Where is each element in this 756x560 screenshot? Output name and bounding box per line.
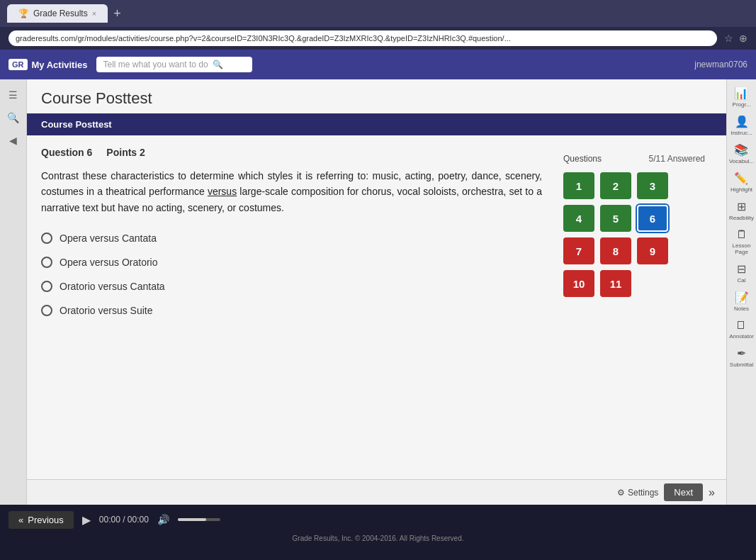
right-sidebar: 📊 Progr... 👤 Instruc... 📚 Vocabul... ✏️ … xyxy=(726,79,756,505)
notes-label: Notes xyxy=(734,306,749,312)
settings-gear-icon: ⚙ xyxy=(617,488,625,498)
forward-arrow-button[interactable]: » xyxy=(709,486,715,499)
previous-button[interactable]: « Previous xyxy=(9,511,74,529)
progress-icon: 📊 xyxy=(734,86,748,100)
question-meta: Question 6 Points 2 xyxy=(41,147,542,158)
section-header: Course Posttest xyxy=(27,113,726,135)
radio-4[interactable] xyxy=(41,305,52,316)
search-left-icon[interactable]: 🔍 xyxy=(4,109,22,126)
vocabulary-icon: 📚 xyxy=(734,143,748,157)
question-text: Contrast these characteristics to determ… xyxy=(41,168,542,215)
q-btn-6-current[interactable]: 6 xyxy=(637,205,668,232)
page-title-bar: Course Posttest xyxy=(27,79,726,113)
option-3[interactable]: Oratorio versus Cantata xyxy=(41,281,542,292)
q-btn-7[interactable]: 7 xyxy=(563,237,594,264)
option-1[interactable]: Opera versus Cantata xyxy=(41,233,542,244)
question-number: Question 6 xyxy=(41,147,92,158)
sidebar-submittal[interactable]: ✒ Submittal xyxy=(730,347,753,368)
sidebar-instructor[interactable]: 👤 Instruc... xyxy=(730,115,752,136)
vocabulary-label: Vocabul... xyxy=(729,158,754,164)
option-1-label: Opera versus Cantata xyxy=(60,233,157,244)
question-points: Points 2 xyxy=(106,147,145,158)
option-3-label: Oratorio versus Cantata xyxy=(60,281,165,292)
prev-arrow-icon: « xyxy=(18,515,23,525)
q-btn-5[interactable]: 5 xyxy=(600,205,631,232)
sidebar-readability[interactable]: ⊞ Readbility xyxy=(729,200,754,221)
question-content: Question 6 Points 2 Contrast these chara… xyxy=(41,147,542,468)
search-bar[interactable]: Tell me what you want to do 🔍 xyxy=(96,57,252,72)
q-btn-1[interactable]: 1 xyxy=(563,172,594,199)
readability-icon: ⊞ xyxy=(737,200,746,213)
cal-icon: ⊟ xyxy=(737,262,746,276)
sidebar-cal[interactable]: ⊟ Cal xyxy=(737,262,746,284)
sidebar-lesson-page[interactable]: 🗒 Lesson Page xyxy=(727,228,756,255)
submittal-label: Submittal xyxy=(730,362,753,368)
tab-favicon: 🏆 xyxy=(18,9,29,18)
nav-left-icon[interactable]: ◀ xyxy=(6,132,20,149)
annotator-label: Annotator xyxy=(729,333,754,340)
option-2-label: Opera versus Oratorio xyxy=(60,257,158,268)
lesson-page-label: Lesson Page xyxy=(727,242,756,255)
url-input[interactable]: graderesults.com/gr/modules/activities/c… xyxy=(9,30,717,46)
volume-bar[interactable] xyxy=(178,518,220,521)
bookmark-icon[interactable]: ⊕ xyxy=(739,33,747,44)
sidebar-notes[interactable]: 📝 Notes xyxy=(734,291,749,312)
left-sidebar: ☰ 🔍 ◀ xyxy=(0,79,27,505)
bottom-bar: ⚙ Settings Next » xyxy=(27,479,726,505)
progress-label: Progr... xyxy=(733,101,751,108)
q-btn-11[interactable]: 11 xyxy=(600,270,631,297)
instructor-icon: 👤 xyxy=(735,115,749,128)
media-bar: « Previous ▶ 00:00 / 00:00 🔊 xyxy=(0,505,756,534)
radio-3[interactable] xyxy=(41,281,52,292)
q-btn-9[interactable]: 9 xyxy=(637,237,668,264)
panel-header: Questions 5/11 Answered xyxy=(563,154,705,164)
tab-title: Grade Results xyxy=(33,9,88,18)
settings-label: Settings xyxy=(628,488,658,498)
new-tab-button[interactable]: + xyxy=(113,6,121,21)
page-title: Course Posttest xyxy=(41,89,712,108)
q-btn-4[interactable]: 4 xyxy=(563,205,594,232)
lesson-page-icon: 🗒 xyxy=(736,228,747,241)
star-icon[interactable]: ☆ xyxy=(724,33,733,44)
logo-icon: GR xyxy=(9,59,28,70)
footer: Grade Results, Inc. © 2004-2016. All Rig… xyxy=(0,534,756,545)
app-header: GR My Activities Tell me what you want t… xyxy=(0,50,756,79)
sidebar-vocabulary[interactable]: 📚 Vocabul... xyxy=(729,143,754,164)
option-2[interactable]: Opera versus Oratorio xyxy=(41,257,542,268)
tab-close-icon[interactable]: × xyxy=(92,9,96,18)
next-button[interactable]: Next xyxy=(664,483,703,501)
question-area: Question 6 Points 2 Contrast these chara… xyxy=(27,135,726,479)
sidebar-progress[interactable]: 📊 Progr... xyxy=(733,86,751,108)
app-logo: GR My Activities xyxy=(9,59,88,70)
sidebar-highlight[interactable]: ✏️ Highlight xyxy=(730,172,752,193)
notes-icon: 📝 xyxy=(735,291,749,304)
sidebar-annotator[interactable]: 🗌 Annotator xyxy=(729,319,754,340)
browser-chrome: 🏆 Grade Results × + xyxy=(0,0,756,27)
time-display: 00:00 / 00:00 xyxy=(99,515,149,525)
previous-label: Previous xyxy=(28,515,64,525)
search-icon: 🔍 xyxy=(213,60,223,69)
radio-2[interactable] xyxy=(41,257,52,268)
username-display: jnewman0706 xyxy=(694,60,747,69)
q-btn-2[interactable]: 2 xyxy=(600,172,631,199)
settings-button[interactable]: ⚙ Settings xyxy=(617,488,658,498)
annotator-icon: 🗌 xyxy=(735,319,747,332)
menu-icon[interactable]: ☰ xyxy=(6,86,21,103)
panel-questions-label: Questions xyxy=(563,154,602,164)
question-grid: 1 2 3 4 5 6 7 8 9 10 11 xyxy=(563,172,705,297)
url-text: graderesults.com/gr/modules/activities/c… xyxy=(16,34,511,43)
volume-fill xyxy=(178,518,206,521)
q-btn-3[interactable]: 3 xyxy=(637,172,668,199)
main-area: Course Posttest Course Posttest Question… xyxy=(27,79,726,505)
play-button[interactable]: ▶ xyxy=(82,513,91,527)
question-panel: Questions 5/11 Answered 1 2 3 4 5 6 7 8 … xyxy=(556,147,712,468)
radio-1[interactable] xyxy=(41,233,52,244)
browser-tab[interactable]: 🏆 Grade Results × xyxy=(7,4,108,23)
panel-answered: 5/11 Answered xyxy=(649,154,705,164)
q-btn-8[interactable]: 8 xyxy=(600,237,631,264)
option-4[interactable]: Oratorio versus Suite xyxy=(41,305,542,316)
q-btn-10[interactable]: 10 xyxy=(563,270,594,297)
play-icon: ▶ xyxy=(82,514,91,526)
volume-icon[interactable]: 🔊 xyxy=(157,514,169,525)
option-4-label: Oratorio versus Suite xyxy=(60,305,153,316)
